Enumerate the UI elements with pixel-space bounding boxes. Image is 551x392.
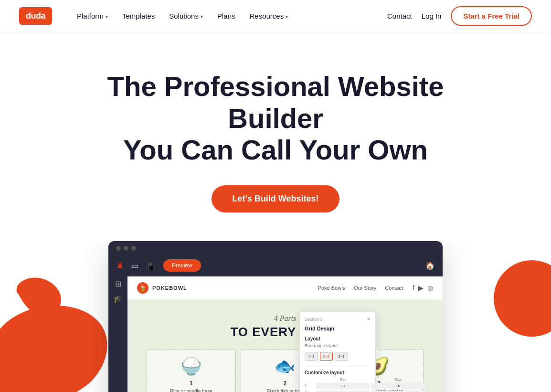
nav-login[interactable]: Log In [422,12,442,20]
facebook-icon: f [413,284,414,292]
mobile-view-button[interactable]: 📱 [146,261,156,270]
preview-button[interactable]: Preview [163,259,201,272]
nav-plans[interactable]: Plans [212,8,241,24]
chevron-down-icon: ▾ [286,14,288,19]
window-controls [116,246,136,251]
nav-contact[interactable]: Contact [387,12,412,20]
item-number-1: 1 [151,380,232,387]
site-hero-subtitle: 4 Parts [137,314,433,323]
panel-layout-label: Layout [305,336,371,341]
panel-customize-label: Customize layout [305,370,371,375]
nav-resources[interactable]: Resources ▾ [244,8,294,24]
start-trial-button[interactable]: Start a Free Trial [451,6,532,26]
hero-title: The Professional Website Builder You Can… [85,71,466,166]
youtube-icon: ▶ [418,284,424,292]
nav-solutions[interactable]: Solutions ▾ [163,8,209,24]
grid-design-panel: Section 3 ✕ Grid Design Layout Rearrange… [299,311,376,392]
panel-divider [305,366,371,366]
window-dot-red [116,246,121,251]
col-1-input[interactable] [316,383,370,389]
layout-1x1[interactable]: 1×1 [305,352,318,361]
nav-templates[interactable]: Templates [117,8,160,24]
item-label-1: Rice or noodle base [151,389,232,392]
panel-rearrange-label: Rearrange layout [305,343,371,348]
nav-platform[interactable]: Platform ▾ [71,8,114,24]
cta-button[interactable]: Let's Build Websites! [212,185,340,212]
site-logo: 🍃 POKEBOWL [137,282,187,294]
panel-title: Grid Design [305,326,371,331]
browser-chrome-bar [108,241,443,255]
layout-options: 1×1 2×2 3×1 [305,352,371,361]
brand-logo[interactable]: duda [19,7,52,25]
gap-1-input[interactable] [371,383,425,389]
hero-section: The Professional Website Builder You Can… [0,32,551,241]
window-dot-green [131,246,136,251]
deco-right-shape [494,251,551,346]
food-emoji-1: 🍚 [151,356,232,376]
chevron-down-icon: ▾ [201,14,203,19]
site-nav-links: Poké Bowls Our Story Contact [318,285,403,291]
site-hero-title: TO EVERY BOWL [137,325,433,339]
window-dot-yellow [124,246,128,251]
device-switcher-bar: 🖥 ▭ 📱 Preview 🏠 [108,255,443,276]
desktop-view-button[interactable]: 🖥 [116,261,124,270]
layers-icon[interactable]: ⊞ [115,279,121,288]
site-social-icons: f ▶ ◎ [413,284,433,292]
grid-item-1: 🍚 1 Rice or noodle base [147,349,236,392]
instagram-icon: ◎ [427,284,433,292]
panel-header: Section 3 ✕ [305,317,371,322]
deco-left-shape [0,266,115,392]
site-navbar: 🍃 POKEBOWL Poké Bowls Our Story Contact … [127,276,443,300]
editor-sidebar: ⊞ 🎓 [108,274,127,392]
layout-3x1[interactable]: 3×1 [335,352,348,361]
tablet-view-button[interactable]: ▭ [131,261,138,270]
hero-screenshot-area: 🖥 ▭ 📱 Preview 🏠 ⊞ 🎓 🍃 POKEBOWL Poké Bowl… [0,241,551,392]
browser-mockup: 🖥 ▭ 📱 Preview 🏠 ⊞ 🎓 🍃 POKEBOWL Poké Bowl… [108,241,443,392]
layout-2x2[interactable]: 2×2 [320,352,333,361]
svg-point-0 [494,260,551,337]
widget-icon[interactable]: 🎓 [113,294,123,303]
panel-custom-grid: Col Gap 1 2 3 [305,377,371,392]
home-icon[interactable]: 🏠 [425,261,435,270]
chevron-down-icon: ▾ [106,14,108,19]
site-logo-icon: 🍃 [137,282,148,294]
panel-close-icon[interactable]: ✕ [367,317,371,322]
panel-section-label: Section 3 [305,317,323,322]
